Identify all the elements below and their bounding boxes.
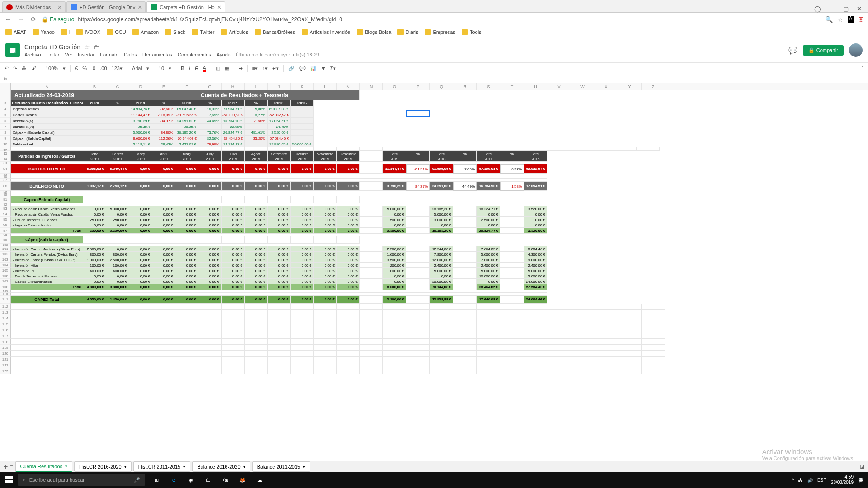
menu-item[interactable]: Herramientas [142,52,172,57]
col-header[interactable]: S [477,83,500,90]
cell[interactable] [590,147,613,151]
wrap-icon[interactable]: ↵▾ [272,66,279,71]
cell[interactable]: 85.847,48 € [175,106,198,112]
cell[interactable]: 25,38% [129,124,152,130]
cell[interactable] [498,147,521,151]
fill-icon[interactable]: ◫ [216,66,220,71]
cell[interactable]: -57.199,61 € [222,112,245,118]
cell[interactable] [106,106,129,112]
spreadsheet-grid[interactable]: ABCDEFGHIJKLMNOPQRSTUVWXYZ 1Actualizado … [0,83,868,445]
cell[interactable] [406,147,429,151]
cell[interactable]: - [152,124,175,130]
menu-item[interactable]: Formato [100,52,118,57]
explorer-icon[interactable]: 🗀 [200,472,216,488]
cell[interactable]: 14.934,76 € [129,106,152,112]
tab-3-active[interactable]: Carpeta +D Gestión - Ho× [146,1,225,12]
menu-item[interactable]: Ver [65,52,72,57]
zoom-select[interactable]: 100% [46,66,58,71]
col-header[interactable]: L [314,83,337,90]
ext-2-icon[interactable]: ⛨ [858,16,864,23]
valign-icon[interactable]: ↕▾ [262,66,268,71]
bookmark-item[interactable]: Empresas [425,29,455,35]
cell[interactable] [337,147,360,151]
app-icon[interactable]: ☁ [251,472,268,488]
cell[interactable] [567,147,590,151]
cell[interactable] [83,147,106,151]
cell[interactable]: % [152,100,175,106]
close-icon[interactable]: × [217,4,221,11]
cell[interactable]: 28,25% [175,124,198,130]
network-icon[interactable]: 🖧 [798,478,803,483]
cell[interactable]: 2015 [291,100,314,106]
cell[interactable]: 8,27% [245,112,268,118]
col-header[interactable]: J [268,83,291,90]
cell[interactable]: 16,03% [198,106,222,112]
cell[interactable] [637,147,660,151]
task-view-icon[interactable]: ⊞ [148,472,165,488]
bookmark-item[interactable]: Artículos Inversión [302,29,350,35]
cell[interactable]: 2017 [222,100,245,106]
cell[interactable] [83,112,106,118]
bookmark-item[interactable]: Artículos [221,29,248,35]
cell[interactable] [291,136,314,141]
explore-icon[interactable]: ◪ [860,464,864,469]
cell[interactable] [291,130,314,136]
cell[interactable]: -57.584,46 € [268,136,291,141]
text-color-icon[interactable]: A [203,65,206,72]
cell[interactable]: 17.054,51 € [268,118,291,124]
cell[interactable] [106,130,129,136]
col-header[interactable]: O [383,83,406,90]
cell[interactable]: Beneficio (€) [11,118,83,124]
undo-icon[interactable]: ↶ [5,66,9,71]
menu-item[interactable]: Datos [124,52,137,57]
filter-icon[interactable]: ▼ [321,66,326,71]
comment-tb-icon[interactable]: 💬 [299,66,306,71]
cell[interactable]: -84,80% [152,130,175,136]
row-header[interactable]: 5 [0,112,11,118]
bookmark-item[interactable]: i [61,29,70,35]
cell[interactable] [106,124,129,130]
last-edit[interactable]: Última modificación ayer a la(s) 18:29 [236,52,319,57]
doc-title[interactable]: Carpeta +D Gestión ☆ 🗀 [24,43,788,51]
col-header[interactable]: X [594,83,618,90]
cell[interactable]: 2018 [175,100,198,106]
col-header[interactable]: C [106,83,129,90]
cell[interactable] [83,118,106,124]
cell[interactable] [106,112,129,118]
functions-icon[interactable]: Σ▾ [330,66,336,71]
cell[interactable]: 28,43% [152,141,175,147]
row-header[interactable]: 7 [0,124,11,130]
cell[interactable] [475,147,498,151]
col-header[interactable]: T [500,83,524,90]
back-icon[interactable]: ← [4,15,13,23]
store-icon[interactable]: 🛍 [217,472,233,488]
volume-icon[interactable]: 🔊 [807,478,813,483]
cell[interactable] [268,147,291,151]
cell[interactable]: % [245,100,268,106]
col-header[interactable]: I [245,83,268,90]
cell[interactable]: Gastos Totales [11,112,83,118]
col-header[interactable]: E [152,83,175,90]
row-header[interactable]: 6 [0,118,11,124]
cell[interactable] [291,118,314,124]
formula-bar[interactable]: fx [0,74,868,83]
cell[interactable] [222,147,245,151]
cell[interactable]: 12.134,87 € [222,141,245,147]
cell[interactable]: 73,76% [198,130,222,136]
selected-cell[interactable] [406,110,430,117]
col-header[interactable]: Y [618,83,642,90]
cell[interactable]: Resumen Cuenta Resultados + Tesorería [11,100,83,106]
sheet-tab[interactable]: Hist.CR 2011-2015 ▾ [133,461,191,472]
star-doc-icon[interactable]: ☆ [84,43,90,51]
row-header[interactable]: 9 [0,136,11,141]
row-header[interactable]: 8 [0,130,11,136]
edge-icon[interactable]: e [165,472,182,488]
cell[interactable]: -112,26% [152,136,175,141]
chrome-icon[interactable]: ◉ [183,472,199,488]
bookmark-item[interactable]: Blogs Bolsa [357,29,391,35]
col-header[interactable]: P [406,83,430,90]
cell[interactable]: 50.000,00 € [291,141,314,147]
close-icon[interactable]: × [58,4,61,11]
cell[interactable]: 69.887,08 € [268,106,291,112]
row-header[interactable]: 4 [0,106,11,112]
